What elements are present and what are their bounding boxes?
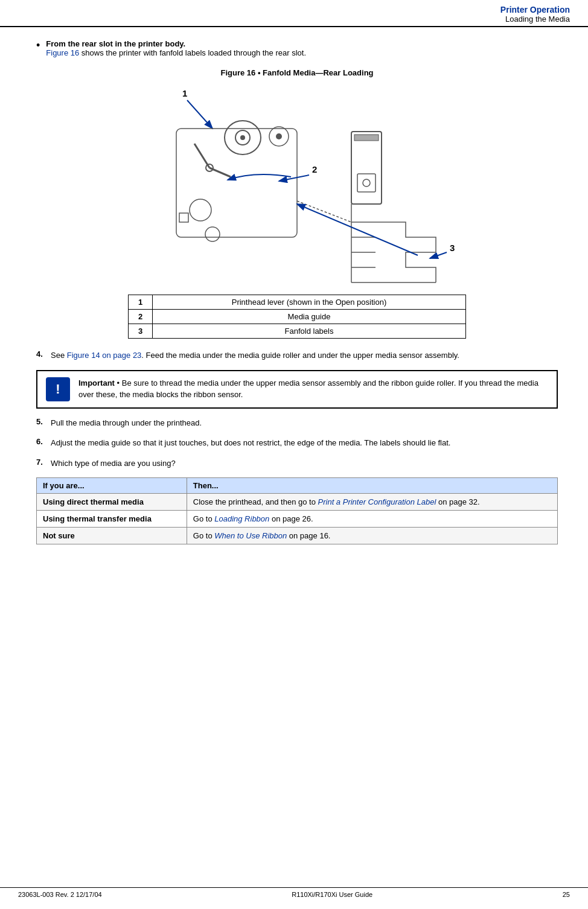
- legend-num: 1: [129, 295, 153, 310]
- svg-point-14: [205, 227, 220, 241]
- bullet-text: From the rear slot in the printer body. …: [46, 39, 558, 57]
- decision-row: Not sureGo to When to Use Ribbon on page…: [37, 528, 558, 544]
- footer-right: 25: [563, 891, 570, 898]
- figure-svg: 1: [116, 83, 478, 289]
- svg-line-30: [430, 252, 447, 258]
- step-6-num: 6.: [36, 437, 47, 446]
- svg-line-3: [187, 100, 213, 129]
- decision-row: Using thermal transfer mediaGo to Loadin…: [37, 511, 558, 528]
- step-5-text: Pull the media through under the printhe…: [51, 417, 558, 429]
- then-link[interactable]: Print a Printer Configuration Label: [318, 497, 436, 506]
- important-text: Important • Be sure to thread the media …: [78, 377, 548, 401]
- svg-text:3: 3: [450, 243, 455, 253]
- legend-row: 2Media guide: [129, 310, 466, 324]
- step-7: 7. Which type of media are you using?: [36, 458, 558, 470]
- svg-line-31: [297, 204, 418, 255]
- legend-desc: Fanfold labels: [153, 324, 466, 339]
- important-label: Important: [78, 378, 115, 388]
- svg-line-28: [297, 201, 351, 222]
- legend-num: 3: [129, 324, 153, 339]
- svg-point-9: [276, 133, 282, 139]
- then-link[interactable]: When to Use Ribbon: [214, 531, 287, 540]
- legend-row: 1Printhead lever (shown in the Open posi…: [129, 295, 466, 310]
- col-then: Then...: [187, 478, 557, 494]
- page-header: Printer Operation Loading the Media: [0, 0, 588, 27]
- important-icon: !: [46, 377, 70, 401]
- footer-left: 23063L-003 Rev. 2 12/17/04: [18, 891, 102, 898]
- step-7-num: 7.: [36, 458, 47, 467]
- bullet-section: • From the rear slot in the printer body…: [36, 39, 558, 57]
- bullet-item: • From the rear slot in the printer body…: [36, 39, 558, 57]
- decision-if: Using direct thermal media: [37, 494, 187, 511]
- step-4-text: See Figure 14 on page 23. Feed the media…: [51, 349, 558, 362]
- step-6-text: Adjust the media guide so that it just t…: [51, 437, 558, 449]
- footer-center: R110Xi/R170Xi User Guide: [292, 891, 372, 898]
- decision-then: Go to When to Use Ribbon on page 16.: [187, 528, 557, 544]
- decision-if: Not sure: [37, 528, 187, 544]
- page-footer: 23063L-003 Rev. 2 12/17/04 R110Xi/R170Xi…: [0, 887, 588, 898]
- svg-rect-19: [354, 135, 379, 141]
- page-content: • From the rear slot in the printer body…: [0, 27, 588, 557]
- decision-table: If you are... Then... Using direct therm…: [36, 477, 558, 544]
- legend-desc: Media guide: [153, 310, 466, 324]
- svg-text:2: 2: [312, 164, 317, 174]
- step-5-num: 5.: [36, 417, 47, 426]
- decision-then: Close the printhead, and then go to Prin…: [187, 494, 557, 511]
- decision-if: Using thermal transfer media: [37, 511, 187, 528]
- step-4-num: 4.: [36, 349, 47, 359]
- bullet-dot: •: [36, 39, 40, 53]
- step-7-text: Which type of media are you using?: [51, 458, 558, 470]
- step-6: 6. Adjust the media guide so that it jus…: [36, 437, 558, 449]
- decision-then: Go to Loading Ribbon on page 26.: [187, 511, 557, 528]
- legend-row: 3Fanfold labels: [129, 324, 466, 339]
- then-link[interactable]: Loading Ribbon: [214, 514, 269, 523]
- svg-point-7: [240, 135, 245, 140]
- svg-rect-20: [357, 174, 375, 192]
- figure-legend-table: 1Printhead lever (shown in the Open posi…: [128, 295, 466, 339]
- figure-container: Figure 16 • Fanfold Media—Rear Loading 1: [36, 68, 558, 339]
- bullet-bold: From the rear slot in the printer body.: [46, 39, 185, 48]
- bullet-desc: shows the printer with fanfold labels lo…: [79, 48, 306, 57]
- svg-point-13: [190, 199, 211, 221]
- svg-rect-18: [351, 132, 382, 204]
- figure-ref-link[interactable]: Figure 16: [46, 48, 79, 57]
- figure-title: Figure 16 • Fanfold Media—Rear Loading: [36, 68, 558, 77]
- svg-text:1: 1: [182, 88, 187, 98]
- figure-image: 1: [116, 83, 478, 289]
- col-if: If you are...: [37, 478, 187, 494]
- decision-row: Using direct thermal mediaClose the prin…: [37, 494, 558, 511]
- svg-rect-15: [179, 213, 188, 222]
- svg-line-10: [194, 144, 209, 168]
- header-title: Printer Operation: [18, 5, 570, 14]
- header-subtitle: Loading the Media: [18, 14, 570, 24]
- step4-link[interactable]: Figure 14 on page 23: [67, 351, 142, 360]
- svg-point-21: [363, 179, 370, 187]
- step-4: 4. See Figure 14 on page 23. Feed the me…: [36, 349, 558, 362]
- legend-num: 2: [129, 310, 153, 324]
- legend-desc: Printhead lever (shown in the Open posit…: [153, 295, 466, 310]
- step-5: 5. Pull the media through under the prin…: [36, 417, 558, 429]
- important-box: ! Important • Be sure to thread the medi…: [36, 370, 558, 409]
